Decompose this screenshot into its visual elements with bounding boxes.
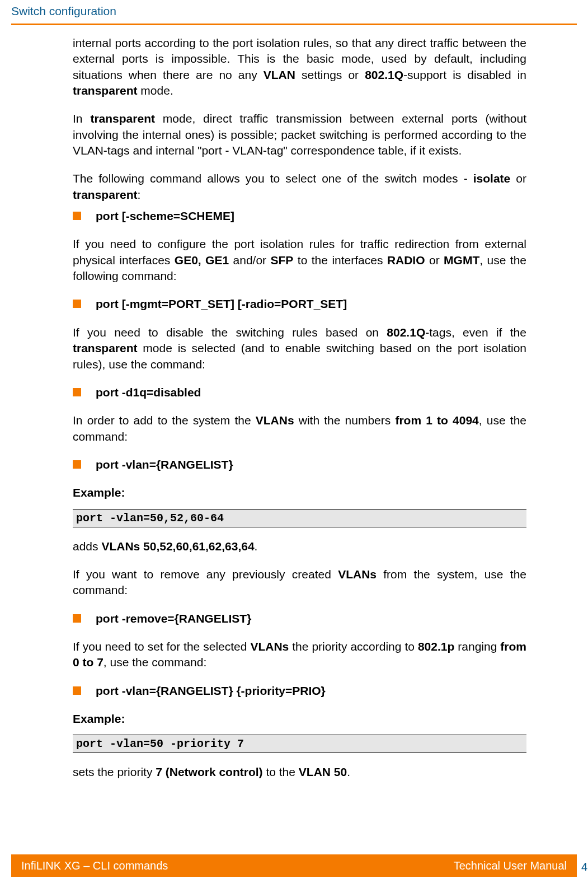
bold-text: VLANs 50,52,60,61,62,63,64 <box>101 540 254 553</box>
page-header-title: Switch configuration <box>11 4 577 18</box>
text: , use the command: <box>104 656 206 669</box>
text: -support is disabled in <box>403 68 526 81</box>
text: adds <box>73 540 101 553</box>
command-text: port -vlan={RANGELIST} <box>96 457 233 473</box>
paragraph: The following command allows you to sele… <box>73 171 526 203</box>
bullet-icon <box>73 388 81 396</box>
command-text: port [-scheme=SCHEME] <box>96 208 234 224</box>
bold-text: transparent <box>73 188 138 201</box>
text: settings or <box>295 68 365 81</box>
paragraph: If you want to remove any previously cre… <box>73 567 526 599</box>
text: with the numbers <box>294 414 396 427</box>
example-label: Example: <box>73 485 526 501</box>
text: the priority according to <box>289 640 418 653</box>
paragraph: internal ports according to the port iso… <box>73 35 526 99</box>
text: The following command allows you to sele… <box>73 172 473 185</box>
text: . <box>347 765 350 778</box>
text: In order to add to the system the <box>73 414 256 427</box>
bold-text: VLANs <box>338 568 377 581</box>
bullet-icon <box>73 460 81 469</box>
bold-text: VLANs <box>256 414 294 427</box>
text: : <box>138 188 141 201</box>
footer-left: InfiLINK XG – CLI commands <box>21 859 168 872</box>
bold-text: transparent <box>73 342 138 354</box>
code-example: port -vlan=50 -priority 7 <box>73 735 526 753</box>
bullet-icon <box>73 686 81 695</box>
paragraph: adds VLANs 50,52,60,61,62,63,64. <box>73 539 526 554</box>
example-label: Example: <box>73 711 526 727</box>
text: or <box>510 172 526 185</box>
text: In <box>73 112 90 125</box>
command-bullet: port -vlan={RANGELIST} {-priority=PRIO} <box>73 683 526 699</box>
text: . <box>255 540 258 553</box>
command-text: port -remove={RANGELIST} <box>96 611 251 627</box>
bold-text: SFP <box>271 254 294 267</box>
paragraph: If you need to disable the switching rul… <box>73 325 526 372</box>
paragraph: sets the priority 7 (Network control) to… <box>73 764 526 780</box>
text: If you need to set for the selected <box>73 640 250 653</box>
text: and/or <box>229 254 270 267</box>
code-example: port -vlan=50,52,60-64 <box>73 509 526 527</box>
text: If you want to remove any previously cre… <box>73 568 338 581</box>
paragraph: If you need to configure the port isolat… <box>73 236 526 284</box>
bold-text: RADIO <box>387 254 425 267</box>
bold-text: VLAN <box>264 68 295 81</box>
bold-text: 802.1Q <box>387 326 425 339</box>
text: -tags, even if the <box>425 326 526 339</box>
page-footer: InfiLINK XG – CLI commands Technical Use… <box>11 854 577 877</box>
bold-text: VLAN 50 <box>299 765 347 778</box>
bullet-icon <box>73 212 81 220</box>
text: mode is selected (and to enable switchin… <box>73 342 526 370</box>
bullet-icon <box>73 300 81 308</box>
paragraph: In order to add to the system the VLANs … <box>73 413 526 445</box>
text: to the interfaces <box>293 254 387 267</box>
text: to the <box>263 765 299 778</box>
bold-text: GE0, GE1 <box>175 254 229 267</box>
command-bullet: port [-scheme=SCHEME] <box>73 208 526 224</box>
paragraph: In transparent mode, direct traffic tran… <box>73 111 526 158</box>
text: mode. <box>138 84 173 97</box>
command-bullet: port -remove={RANGELIST} <box>73 611 526 627</box>
command-bullet: port -vlan={RANGELIST} <box>73 457 526 473</box>
bold-text: MGMT <box>444 254 479 267</box>
page-number: 4 <box>581 861 587 873</box>
text: If you need to disable the switching rul… <box>73 326 387 339</box>
bold-text: from 1 to 4094 <box>395 414 478 427</box>
bold-text: isolate <box>473 172 511 185</box>
bold-text: 802.1Q <box>365 68 403 81</box>
command-bullet: port -d1q=disabled <box>73 385 526 400</box>
paragraph: If you need to set for the selected VLAN… <box>73 639 526 671</box>
command-bullet: port [-mgmt=PORT_SET] [-radio=PORT_SET] <box>73 296 526 312</box>
bold-text: transparent <box>90 112 155 125</box>
bold-text: transparent <box>73 84 138 97</box>
document-body: internal ports according to the port iso… <box>0 25 588 780</box>
footer-right: Technical User Manual <box>454 859 567 872</box>
text: sets the priority <box>73 765 156 778</box>
text: or <box>425 254 444 267</box>
command-text: port -d1q=disabled <box>96 385 201 400</box>
bold-text: VLANs <box>250 640 289 653</box>
command-text: port -vlan={RANGELIST} {-priority=PRIO} <box>96 683 326 699</box>
bullet-icon <box>73 614 81 623</box>
bold-text: 802.1p <box>418 640 454 653</box>
command-text: port [-mgmt=PORT_SET] [-radio=PORT_SET] <box>96 296 347 312</box>
bold-text: 7 (Network control) <box>156 765 262 778</box>
text: ranging <box>454 640 500 653</box>
